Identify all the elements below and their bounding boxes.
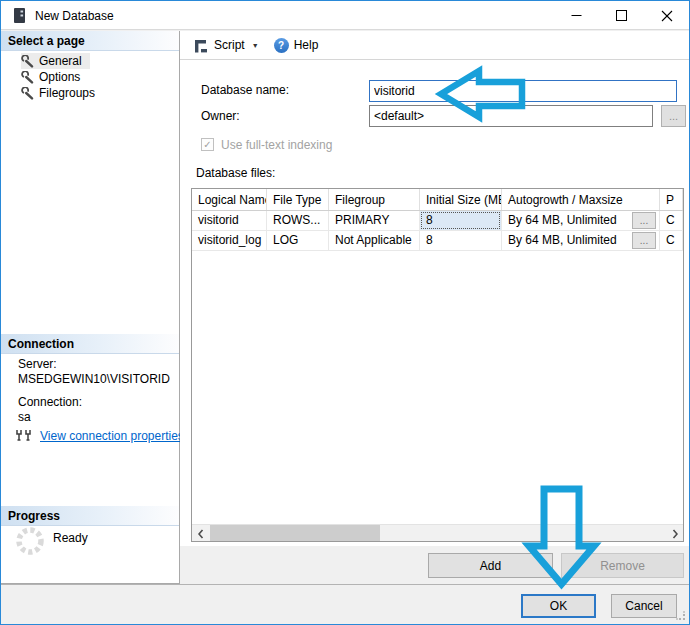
column-header-logical-name[interactable]: Logical Name — [192, 189, 267, 210]
wrench-icon — [21, 55, 34, 68]
progress-spinner-icon — [14, 525, 46, 557]
database-name-input[interactable] — [369, 80, 677, 102]
help-button[interactable]: ? Help — [259, 38, 319, 53]
connection-properties-icon — [15, 429, 33, 443]
wrench-icon — [21, 71, 34, 84]
chevron-down-icon: ▼ — [252, 42, 259, 49]
fulltext-checkbox: ✓ — [201, 138, 214, 151]
owner-label: Owner: — [201, 109, 240, 123]
new-database-dialog: New Database Select a page General — [0, 0, 690, 625]
cell-filegroup[interactable]: PRIMARY — [329, 211, 420, 230]
cell-logical-name[interactable]: visitorid_log — [192, 231, 267, 250]
script-label: Script — [214, 38, 245, 52]
chevron-right-icon — [672, 529, 678, 539]
cell-path[interactable]: C — [660, 211, 683, 230]
script-button[interactable]: Script ▼ — [193, 38, 259, 53]
connection-label: Connection: — [18, 395, 82, 409]
horizontal-scrollbar[interactable] — [192, 524, 683, 541]
remove-button: Remove — [561, 553, 684, 578]
add-button[interactable]: Add — [428, 553, 553, 578]
script-icon — [193, 38, 208, 53]
table-row: visitorid_log LOG Not Applicable 8 By 64… — [192, 231, 683, 251]
progress-status: Ready — [53, 531, 88, 545]
window-title: New Database — [35, 9, 114, 23]
autogrowth-browse-button[interactable]: ... — [632, 232, 656, 249]
progress-header: Progress — [1, 506, 179, 526]
cell-file-type[interactable]: LOG — [267, 231, 329, 250]
column-header-path[interactable]: P — [660, 189, 683, 210]
view-connection-properties-link[interactable]: View connection properties — [40, 429, 184, 443]
column-header-filegroup[interactable]: Filegroup — [329, 189, 420, 210]
autogrowth-value: By 64 MB, Unlimited — [508, 231, 617, 250]
server-value: MSEDGEWIN10\VISITORID — [18, 372, 170, 386]
window-controls — [554, 1, 689, 30]
column-header-initial-size[interactable]: Initial Size (MB) — [420, 189, 502, 210]
database-name-label: Database name: — [201, 83, 289, 97]
connection-header: Connection — [1, 334, 179, 354]
cell-logical-name[interactable]: visitorid — [192, 211, 267, 230]
check-icon: ✓ — [203, 140, 211, 150]
cell-autogrowth[interactable]: By 64 MB, Unlimited ... — [502, 211, 660, 230]
wrench-icon — [21, 87, 34, 100]
close-button[interactable] — [644, 1, 689, 30]
table-row: visitorid ROWS... PRIMARY 8 By 64 MB, Un… — [192, 211, 683, 231]
help-icon: ? — [274, 38, 289, 53]
owner-input[interactable] — [369, 105, 653, 127]
maximize-button[interactable] — [599, 1, 644, 30]
toolbar: Script ▼ ? Help — [180, 31, 689, 60]
connection-value: sa — [18, 410, 31, 424]
owner-browse-button[interactable]: ... — [661, 105, 686, 127]
sidebar-item-label: General — [39, 54, 82, 68]
column-header-autogrowth[interactable]: Autogrowth / Maxsize — [502, 189, 660, 210]
select-a-page-header: Select a page — [1, 31, 179, 51]
cell-file-type[interactable]: ROWS... — [267, 211, 329, 230]
cell-filegroup[interactable]: Not Applicable — [329, 231, 420, 250]
maximize-icon — [616, 10, 627, 21]
grid-header-row: Logical Name File Type Filegroup Initial… — [192, 189, 683, 211]
autogrowth-browse-button[interactable]: ... — [632, 212, 656, 229]
main-panel: Script ▼ ? Help Database name: Owner: ..… — [180, 31, 689, 546]
database-files-label: Database files: — [196, 166, 275, 180]
minimize-button[interactable] — [554, 1, 599, 30]
sidebar: Select a page General Options — [1, 31, 180, 584]
scroll-left-button[interactable] — [192, 525, 209, 542]
resize-grip[interactable] — [676, 611, 686, 621]
database-files-grid: Logical Name File Type Filegroup Initial… — [191, 188, 684, 542]
autogrowth-value: By 64 MB, Unlimited — [508, 211, 617, 230]
sidebar-item-options[interactable]: Options — [1, 69, 179, 85]
ok-button[interactable]: OK — [521, 594, 596, 618]
close-icon — [661, 10, 673, 22]
sidebar-item-general[interactable]: General — [1, 53, 179, 69]
cell-path[interactable]: C — [660, 231, 683, 250]
server-label: Server: — [18, 357, 57, 371]
sidebar-item-label: Filegroups — [39, 86, 95, 100]
column-header-file-type[interactable]: File Type — [267, 189, 329, 210]
cancel-button[interactable]: Cancel — [611, 594, 677, 618]
cell-initial-size[interactable]: 8 — [420, 211, 502, 230]
title-bar: New Database — [1, 1, 689, 30]
help-label: Help — [294, 38, 319, 52]
sidebar-item-label: Options — [39, 70, 80, 84]
cell-initial-size[interactable]: 8 — [420, 231, 502, 250]
scroll-right-button[interactable] — [666, 525, 683, 542]
chevron-left-icon — [198, 529, 204, 539]
sidebar-item-filegroups[interactable]: Filegroups — [1, 85, 179, 101]
focused-cell-value[interactable]: 8 — [420, 211, 501, 230]
minimize-icon — [571, 10, 582, 21]
fulltext-label: Use full-text indexing — [221, 138, 332, 152]
scrollbar-thumb[interactable] — [210, 525, 380, 542]
cell-autogrowth[interactable]: By 64 MB, Unlimited ... — [502, 231, 660, 250]
database-server-icon — [14, 8, 25, 23]
